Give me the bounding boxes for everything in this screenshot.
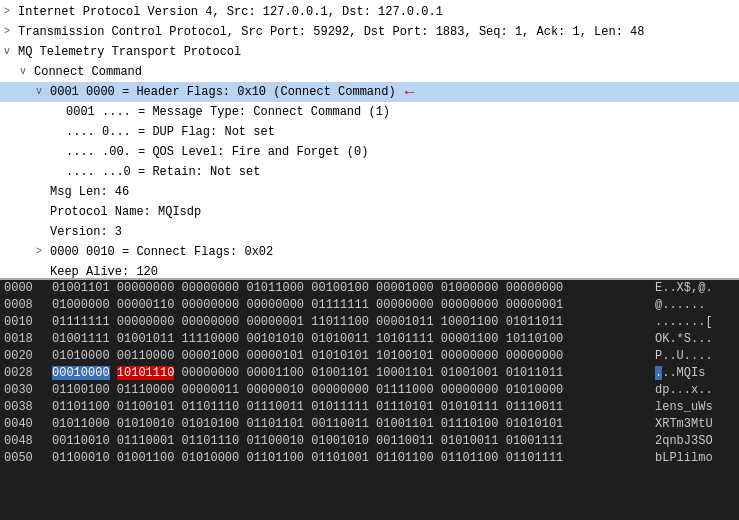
tree-item-dup-flag[interactable]: .... 0... = DUP Flag: Not set — [0, 122, 739, 142]
tree-toggle[interactable]: > — [4, 3, 16, 21]
tree-item-header-flags[interactable]: v0001 0000 = Header Flags: 0x10 (Connect… — [0, 82, 739, 102]
hex-bytes: 01100100 01110000 00000011 00000010 0000… — [52, 382, 647, 399]
hex-dump-panel: 000001001101 00000000 00000000 01011000 … — [0, 280, 739, 520]
tree-item-tcp-header[interactable]: >Transmission Control Protocol, Src Port… — [0, 22, 739, 42]
hex-offset: 0000 — [4, 280, 44, 297]
tree-item-text: 0000 0010 = Connect Flags: 0x02 — [50, 243, 273, 261]
hex-row: 001001111111 00000000 00000000 00000001 … — [0, 314, 739, 331]
tree-item-text: MQ Telemetry Transport Protocol — [18, 43, 241, 61]
tree-toggle[interactable]: v — [36, 83, 48, 101]
tree-item-text: .... 0... = DUP Flag: Not set — [66, 123, 275, 141]
hex-ascii: XRTm3MtU — [655, 416, 735, 433]
hex-bytes: 00010000 10101110 00000000 00001100 0100… — [52, 365, 647, 382]
hex-offset: 0050 — [4, 450, 44, 467]
hex-bytes: 01001101 00000000 00000000 01011000 0010… — [52, 280, 647, 297]
tree-item-connect-flags[interactable]: >0000 0010 = Connect Flags: 0x02 — [0, 242, 739, 262]
tree-item-keep-alive[interactable]: Keep Alive: 120 — [0, 262, 739, 280]
hex-ascii: @...... — [655, 297, 735, 314]
hex-offset: 0038 — [4, 399, 44, 416]
tree-item-text: 0001 .... = Message Type: Connect Comman… — [66, 103, 390, 121]
tree-item-text: Transmission Control Protocol, Src Port:… — [18, 23, 645, 41]
tree-item-protocol-name[interactable]: Protocol Name: MQIsdp — [0, 202, 739, 222]
hex-ascii: P..U.... — [655, 348, 735, 365]
hex-bytes: 01011000 01010010 01010100 01101101 0011… — [52, 416, 647, 433]
hex-offset: 0040 — [4, 416, 44, 433]
hex-offset: 0018 — [4, 331, 44, 348]
hex-bytes: 01000000 00000110 00000000 00000000 0111… — [52, 297, 647, 314]
tree-item-retain[interactable]: .... ...0 = Retain: Not set — [0, 162, 739, 182]
tree-toggle[interactable]: v — [4, 43, 16, 61]
hex-bytes: 01111111 00000000 00000000 00000001 1101… — [52, 314, 647, 331]
tree-item-mqtt-header[interactable]: vMQ Telemetry Transport Protocol — [0, 42, 739, 62]
tree-item-ip-header[interactable]: >Internet Protocol Version 4, Src: 127.0… — [0, 2, 739, 22]
hex-offset: 0030 — [4, 382, 44, 399]
hex-row: 000001001101 00000000 00000000 01011000 … — [0, 280, 739, 297]
hex-offset: 0048 — [4, 433, 44, 450]
tree-item-text: Protocol Name: MQIsdp — [50, 203, 201, 221]
tree-item-connect-command[interactable]: vConnect Command — [0, 62, 739, 82]
hex-row: 004001011000 01010010 01010100 01101101 … — [0, 416, 739, 433]
hex-ascii: OK.*S... — [655, 331, 735, 348]
hex-ascii: 2qnbJ3SO — [655, 433, 735, 450]
hex-ascii: .......[ — [655, 314, 735, 331]
tree-toggle[interactable]: > — [4, 23, 16, 41]
annotation-arrow: ← — [402, 83, 418, 101]
hex-row: 003801101100 01100101 01101110 01110011 … — [0, 399, 739, 416]
hex-bytes: 01010000 00110000 00001000 00000101 0101… — [52, 348, 647, 365]
tree-item-msg-type[interactable]: 0001 .... = Message Type: Connect Comman… — [0, 102, 739, 122]
hex-bytes: 01100010 01001100 01010000 01101100 0110… — [52, 450, 647, 467]
hex-ascii: dp...x.. — [655, 382, 735, 399]
hex-row: 004800110010 01110001 01101110 01100010 … — [0, 433, 739, 450]
hex-row: 001801001111 01001011 11110000 00101010 … — [0, 331, 739, 348]
hex-ascii: E..X$,@. — [655, 280, 735, 297]
tree-item-text: 0001 0000 = Header Flags: 0x10 (Connect … — [50, 83, 396, 101]
tree-item-text: Version: 3 — [50, 223, 122, 241]
hex-row: 000801000000 00000110 00000000 00000000 … — [0, 297, 739, 314]
hex-bytes: 01001111 01001011 11110000 00101010 0101… — [52, 331, 647, 348]
tree-item-text: Connect Command — [34, 63, 142, 81]
tree-toggle[interactable]: > — [36, 243, 48, 261]
hex-bytes: 00110010 01110001 01101110 01100010 0100… — [52, 433, 647, 450]
hex-offset: 0020 — [4, 348, 44, 365]
hex-bytes: 01101100 01100101 01101110 01110011 0101… — [52, 399, 647, 416]
hex-offset: 0028 — [4, 365, 44, 382]
tree-item-text: .... .00. = QOS Level: Fire and Forget (… — [66, 143, 368, 161]
packet-details-panel: >Internet Protocol Version 4, Src: 127.0… — [0, 0, 739, 280]
hex-row: 002800010000 10101110 00000000 00001100 … — [0, 365, 739, 382]
hex-row: 005001100010 01001100 01010000 01101100 … — [0, 450, 739, 467]
hex-ascii: bLPlilmo — [655, 450, 735, 467]
tree-toggle[interactable]: v — [20, 63, 32, 81]
tree-item-text: .... ...0 = Retain: Not set — [66, 163, 260, 181]
hex-row: 003001100100 01110000 00000011 00000010 … — [0, 382, 739, 399]
hex-ascii: ...MQIs — [655, 365, 735, 382]
tree-item-text: Internet Protocol Version 4, Src: 127.0.… — [18, 3, 443, 21]
tree-item-msg-len[interactable]: Msg Len: 46 — [0, 182, 739, 202]
tree-item-qos-level[interactable]: .... .00. = QOS Level: Fire and Forget (… — [0, 142, 739, 162]
hex-offset: 0008 — [4, 297, 44, 314]
tree-item-text: Msg Len: 46 — [50, 183, 129, 201]
tree-item-version[interactable]: Version: 3 — [0, 222, 739, 242]
hex-ascii: lens_uWs — [655, 399, 735, 416]
tree-item-text: Keep Alive: 120 — [50, 263, 158, 280]
hex-offset: 0010 — [4, 314, 44, 331]
hex-row: 002001010000 00110000 00001000 00000101 … — [0, 348, 739, 365]
